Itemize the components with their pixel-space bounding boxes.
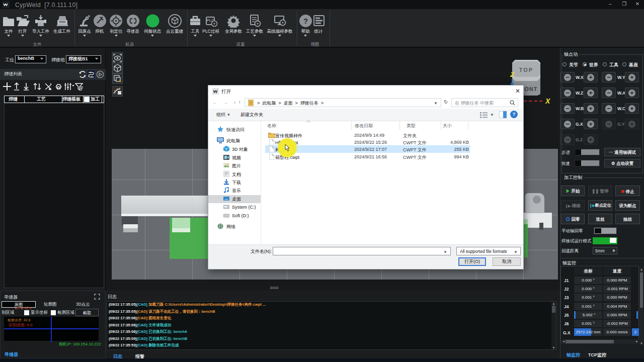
svg-text:TOP: TOP <box>519 67 533 73</box>
svg-text:?: ? <box>303 17 308 25</box>
